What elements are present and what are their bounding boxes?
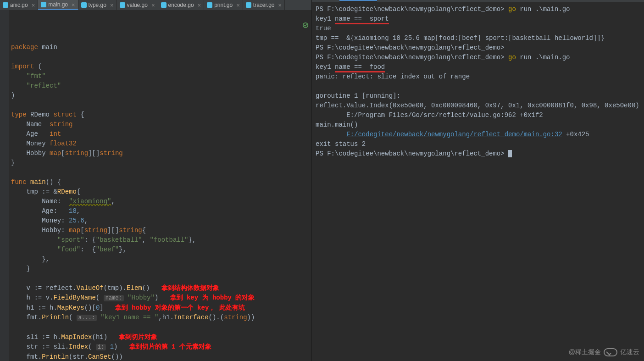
terminal-tab-indicator bbox=[339, 0, 377, 2]
go-file-icon bbox=[207, 2, 212, 8]
terminal-pane: PS F:\codegitee\newback\newmygolang\refl… bbox=[312, 0, 644, 361]
close-icon[interactable]: × bbox=[234, 2, 240, 9]
editor-tab-bar: anic.go× main.go× type.go× value.go× enc… bbox=[0, 0, 311, 10]
close-icon[interactable]: × bbox=[277, 2, 282, 9]
go-file-icon bbox=[120, 2, 125, 8]
close-icon[interactable]: × bbox=[70, 1, 75, 8]
terminal-output[interactable]: PS F:\codegitee\newback\newmygolang\refl… bbox=[312, 2, 644, 361]
tab-value[interactable]: value.go× bbox=[117, 0, 158, 10]
error-file-link[interactable]: F:/codegitee/newback/newmygolang/reflect… bbox=[346, 131, 562, 138]
annotation-5: 拿到切片的第 1 个元素对象 bbox=[129, 343, 211, 350]
tab-print[interactable]: print.go× bbox=[204, 0, 243, 10]
code-editor-pane: anic.go× main.go× type.go× value.go× enc… bbox=[0, 0, 312, 361]
close-icon[interactable]: × bbox=[196, 2, 201, 9]
tab-tracer[interactable]: tracer.go× bbox=[243, 0, 285, 10]
close-icon[interactable]: × bbox=[30, 2, 35, 9]
go-file-icon bbox=[161, 2, 167, 8]
close-icon[interactable]: × bbox=[108, 2, 114, 9]
watermark-logo bbox=[604, 348, 617, 356]
tab-main[interactable]: main.go× bbox=[38, 0, 78, 10]
code-editor[interactable]: package main import ( "fmt" "reflect" ) … bbox=[0, 10, 311, 361]
tab-encode[interactable]: encode.go× bbox=[158, 0, 205, 10]
go-file-icon bbox=[246, 2, 251, 8]
close-icon[interactable]: × bbox=[150, 2, 155, 9]
annotation-1: 拿到结构体数据对象 bbox=[161, 284, 219, 292]
tab-anic[interactable]: anic.go× bbox=[0, 0, 38, 10]
editor-gutter bbox=[0, 10, 9, 361]
annotation-4: 拿到切片对象 bbox=[119, 333, 157, 341]
tab-type[interactable]: type.go× bbox=[78, 0, 117, 10]
go-file-icon bbox=[81, 2, 87, 8]
annotation-2: 拿到 key 为 hobby 的对象 bbox=[170, 294, 255, 301]
go-file-icon bbox=[41, 2, 46, 7]
terminal-cursor bbox=[508, 150, 512, 157]
go-file-icon bbox=[3, 2, 8, 8]
sync-icon bbox=[302, 22, 309, 28]
watermark: @稀土掘金 亿速云 bbox=[569, 348, 639, 356]
annotation-3: 拿到 hobby 对象的第一个 key， 此处有坑 bbox=[115, 304, 245, 311]
